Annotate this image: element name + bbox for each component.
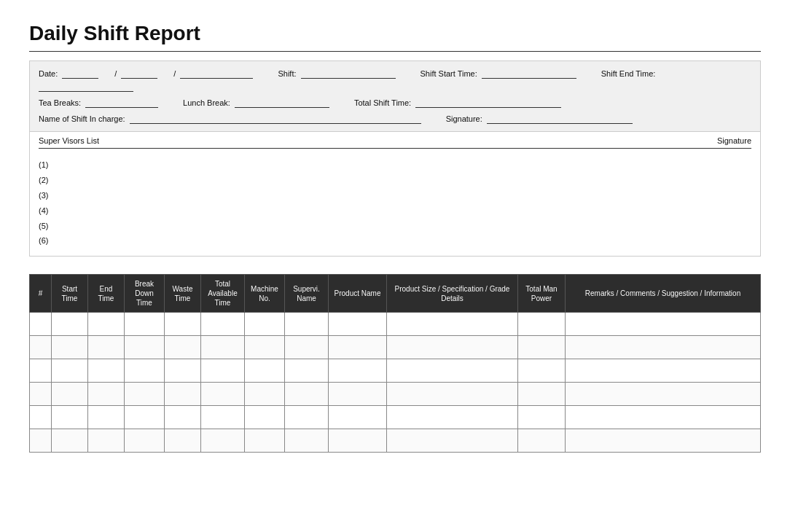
cell[interactable] bbox=[329, 336, 387, 359]
cell[interactable] bbox=[30, 336, 52, 359]
cell[interactable] bbox=[387, 406, 518, 429]
supervisor-item-4: (4) bbox=[39, 203, 751, 219]
cell[interactable] bbox=[566, 336, 761, 359]
table-row bbox=[30, 336, 761, 359]
table-row bbox=[30, 359, 761, 383]
cell[interactable] bbox=[52, 336, 88, 359]
cell[interactable] bbox=[201, 383, 245, 406]
cell[interactable] bbox=[566, 359, 761, 383]
cell[interactable] bbox=[566, 313, 761, 336]
cell[interactable] bbox=[30, 313, 52, 336]
cell[interactable] bbox=[52, 313, 88, 336]
cell[interactable] bbox=[245, 383, 285, 406]
supervisor-item-2: (2) bbox=[39, 173, 751, 188]
cell[interactable] bbox=[88, 359, 125, 383]
cell[interactable] bbox=[245, 336, 285, 359]
cell[interactable] bbox=[165, 383, 201, 406]
cell[interactable] bbox=[125, 336, 165, 359]
row-date-shift: Date: / / Shift: Shift Start Time: Shift… bbox=[39, 69, 751, 92]
cell[interactable] bbox=[165, 336, 201, 359]
cell[interactable] bbox=[518, 313, 566, 336]
cell[interactable] bbox=[245, 406, 285, 429]
col-header-remarks: Remarks / Comments / Suggestion / Inform… bbox=[566, 275, 761, 313]
title-divider bbox=[29, 51, 761, 52]
total-shift-value[interactable] bbox=[415, 98, 561, 108]
cell[interactable] bbox=[30, 383, 52, 406]
cell[interactable] bbox=[285, 383, 329, 406]
cell[interactable] bbox=[387, 429, 518, 453]
cell[interactable] bbox=[88, 313, 125, 336]
tea-breaks-value[interactable] bbox=[85, 98, 158, 108]
cell[interactable] bbox=[518, 406, 566, 429]
cell[interactable] bbox=[285, 313, 329, 336]
cell[interactable] bbox=[125, 406, 165, 429]
cell[interactable] bbox=[201, 406, 245, 429]
cell[interactable] bbox=[387, 336, 518, 359]
shift-start-value[interactable] bbox=[482, 69, 576, 79]
cell[interactable] bbox=[329, 359, 387, 383]
shift-end-value[interactable] bbox=[39, 82, 133, 92]
table-section: # Start Time End Time Break Down Time Wa… bbox=[29, 274, 761, 453]
tea-breaks-label: Tea Breaks: bbox=[39, 98, 81, 107]
cell[interactable] bbox=[329, 429, 387, 453]
cell[interactable] bbox=[201, 336, 245, 359]
cell[interactable] bbox=[518, 383, 566, 406]
cell[interactable] bbox=[125, 429, 165, 453]
cell[interactable] bbox=[52, 383, 88, 406]
cell[interactable] bbox=[88, 336, 125, 359]
cell[interactable] bbox=[518, 336, 566, 359]
signature-value[interactable] bbox=[487, 114, 633, 124]
col-header-num: # bbox=[30, 275, 52, 313]
cell[interactable] bbox=[518, 359, 566, 383]
cell[interactable] bbox=[30, 429, 52, 453]
cell[interactable] bbox=[88, 383, 125, 406]
date-year[interactable] bbox=[180, 69, 253, 79]
cell[interactable] bbox=[387, 359, 518, 383]
cell[interactable] bbox=[245, 359, 285, 383]
cell[interactable] bbox=[165, 429, 201, 453]
cell[interactable] bbox=[329, 383, 387, 406]
cell[interactable] bbox=[329, 406, 387, 429]
cell[interactable] bbox=[125, 383, 165, 406]
cell[interactable] bbox=[30, 406, 52, 429]
cell[interactable] bbox=[165, 359, 201, 383]
shift-value[interactable] bbox=[301, 69, 396, 79]
info-section: Date: / / Shift: Shift Start Time: Shift… bbox=[29, 60, 761, 132]
lunch-break-label: Lunch Break: bbox=[183, 98, 230, 107]
cell[interactable] bbox=[52, 359, 88, 383]
cell[interactable] bbox=[52, 406, 88, 429]
cell[interactable] bbox=[387, 383, 518, 406]
cell[interactable] bbox=[201, 429, 245, 453]
cell[interactable] bbox=[245, 429, 285, 453]
cell[interactable] bbox=[165, 313, 201, 336]
cell[interactable] bbox=[201, 313, 245, 336]
cell[interactable] bbox=[125, 359, 165, 383]
cell[interactable] bbox=[566, 383, 761, 406]
cell[interactable] bbox=[201, 359, 245, 383]
cell[interactable] bbox=[285, 406, 329, 429]
cell[interactable] bbox=[88, 429, 125, 453]
col-header-waste-time: Waste Time bbox=[165, 275, 201, 313]
date-day[interactable] bbox=[62, 69, 98, 79]
name-value[interactable] bbox=[130, 114, 421, 124]
col-header-total-available-time: Total Available Time bbox=[201, 275, 245, 313]
lunch-break-value[interactable] bbox=[235, 98, 329, 108]
cell[interactable] bbox=[245, 313, 285, 336]
cell[interactable] bbox=[30, 359, 52, 383]
cell[interactable] bbox=[285, 429, 329, 453]
cell[interactable] bbox=[88, 406, 125, 429]
cell[interactable] bbox=[518, 429, 566, 453]
cell[interactable] bbox=[566, 429, 761, 453]
signature-label: Signature: bbox=[446, 114, 482, 123]
supervisor-item-6: (6) bbox=[39, 233, 751, 249]
cell[interactable] bbox=[285, 359, 329, 383]
cell[interactable] bbox=[329, 313, 387, 336]
cell[interactable] bbox=[165, 406, 201, 429]
supervisors-header: Super Visors List Signature bbox=[39, 136, 751, 149]
cell[interactable] bbox=[125, 313, 165, 336]
cell[interactable] bbox=[566, 406, 761, 429]
cell[interactable] bbox=[285, 336, 329, 359]
date-month[interactable] bbox=[121, 69, 157, 79]
cell[interactable] bbox=[52, 429, 88, 453]
cell[interactable] bbox=[387, 313, 518, 336]
